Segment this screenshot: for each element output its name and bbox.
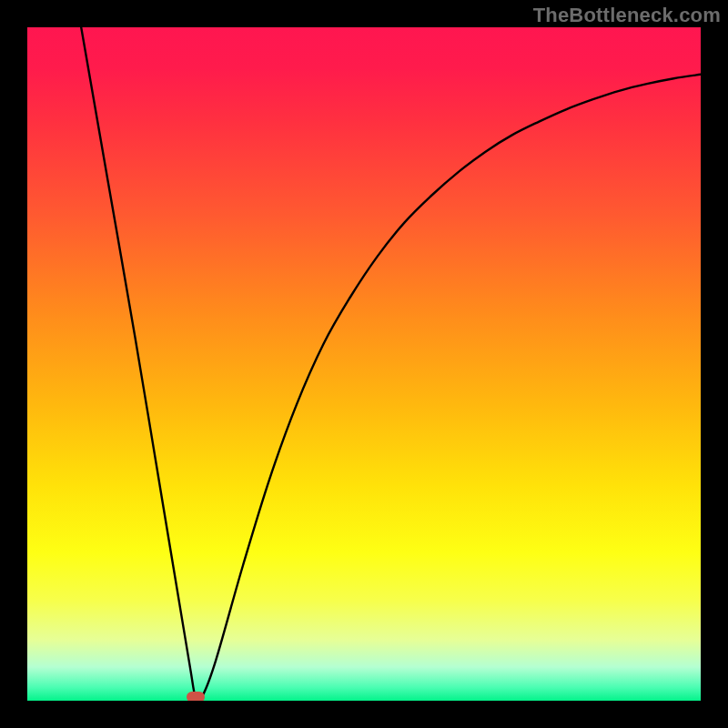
chart-curve [81, 27, 701, 701]
minimum-marker [187, 692, 205, 701]
plot-area [27, 27, 701, 701]
curve-svg [27, 27, 701, 701]
watermark-label: TheBottleneck.com [533, 4, 721, 27]
chart-frame: TheBottleneck.com [0, 0, 728, 728]
